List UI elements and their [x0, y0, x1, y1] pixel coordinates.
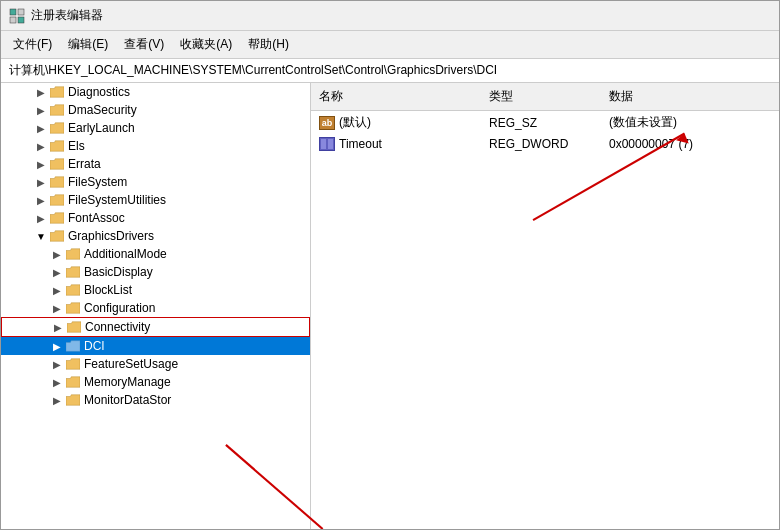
reg-icon-dword — [319, 137, 335, 151]
tree-item-monitordatastor[interactable]: ▶ MonitorDataStor — [1, 391, 310, 409]
tree-item-featuresetusage[interactable]: ▶ FeatureSetUsage — [1, 355, 310, 373]
expand-dci[interactable]: ▶ — [49, 338, 65, 354]
svg-rect-0 — [10, 9, 16, 15]
folder-icon-featuresetusage — [65, 356, 81, 372]
registry-editor-window: 注册表编辑器 文件(F) 编辑(E) 查看(V) 收藏夹(A) 帮助(H) 计算… — [0, 0, 780, 530]
expand-earlylaunch[interactable]: ▶ — [33, 120, 49, 136]
label-filesystemutilities: FileSystemUtilities — [68, 193, 166, 207]
reg-label-default: (默认) — [339, 114, 371, 131]
reg-type-timeout: REG_DWORD — [481, 136, 601, 152]
expand-basicdisplay[interactable]: ▶ — [49, 264, 65, 280]
tree-item-dmasecurity[interactable]: ▶ DmaSecurity — [1, 101, 310, 119]
expand-connectivity[interactable]: ▶ — [50, 319, 66, 335]
folder-icon-memorymanage — [65, 374, 81, 390]
label-basicdisplay: BasicDisplay — [84, 265, 153, 279]
col-data-header: 数据 — [601, 86, 779, 107]
label-earlylaunch: EarlyLaunch — [68, 121, 135, 135]
registry-values-list: ab (默认) REG_SZ (数值未设置) Timeout REG_DWORD — [311, 111, 779, 529]
folder-icon-graphicsdrivers — [49, 228, 65, 244]
tree-item-fontassoc[interactable]: ▶ FontAssoc — [1, 209, 310, 227]
expand-errata[interactable]: ▶ — [33, 156, 49, 172]
tree-item-errata[interactable]: ▶ Errata — [1, 155, 310, 173]
expand-featuresetusage[interactable]: ▶ — [49, 356, 65, 372]
tree-item-earlylaunch[interactable]: ▶ EarlyLaunch — [1, 119, 310, 137]
tree-panel: ▶ Diagnostics ▶ DmaSecurity — [1, 83, 311, 529]
folder-icon-els — [49, 138, 65, 154]
folder-icon-blocklist — [65, 282, 81, 298]
folder-icon-additionalmode — [65, 246, 81, 262]
expand-fontassoc[interactable]: ▶ — [33, 210, 49, 226]
reg-type-default: REG_SZ — [481, 115, 601, 131]
label-connectivity: Connectivity — [85, 320, 150, 334]
expand-configuration[interactable]: ▶ — [49, 300, 65, 316]
svg-rect-2 — [10, 17, 16, 23]
tree-item-graphicsdrivers[interactable]: ▼ GraphicsDrivers — [1, 227, 310, 245]
label-fontassoc: FontAssoc — [68, 211, 125, 225]
folder-icon-dci — [65, 338, 81, 354]
expand-additionalmode[interactable]: ▶ — [49, 246, 65, 262]
tree-item-dci[interactable]: ▶ DCI — [1, 337, 310, 355]
reg-data-timeout: 0x00000007 (7) — [601, 136, 779, 152]
folder-icon-errata — [49, 156, 65, 172]
address-path: 计算机\HKEY_LOCAL_MACHINE\SYSTEM\CurrentCon… — [9, 62, 497, 79]
expand-els[interactable]: ▶ — [33, 138, 49, 154]
expand-filesystemutilities[interactable]: ▶ — [33, 192, 49, 208]
menu-favorites[interactable]: 收藏夹(A) — [172, 33, 240, 56]
tree-item-filesystemutilities[interactable]: ▶ FileSystemUtilities — [1, 191, 310, 209]
reg-name-default: ab (默认) — [311, 113, 481, 132]
menu-view[interactable]: 查看(V) — [116, 33, 172, 56]
expand-blocklist[interactable]: ▶ — [49, 282, 65, 298]
label-diagnostics: Diagnostics — [68, 85, 130, 99]
label-els: Els — [68, 139, 85, 153]
folder-icon-fontassoc — [49, 210, 65, 226]
label-errata: Errata — [68, 157, 101, 171]
tree-item-diagnostics[interactable]: ▶ Diagnostics — [1, 83, 310, 101]
menu-help[interactable]: 帮助(H) — [240, 33, 297, 56]
label-memorymanage: MemoryManage — [84, 375, 171, 389]
folder-icon-dmasecurity — [49, 102, 65, 118]
label-blocklist: BlockList — [84, 283, 132, 297]
reg-icon-sz: ab — [319, 116, 335, 130]
label-monitordatastor: MonitorDataStor — [84, 393, 171, 407]
app-icon — [9, 8, 25, 24]
svg-rect-5 — [328, 139, 333, 149]
label-filesystem: FileSystem — [68, 175, 127, 189]
expand-diagnostics[interactable]: ▶ — [33, 84, 49, 100]
menu-edit[interactable]: 编辑(E) — [60, 33, 116, 56]
menu-file[interactable]: 文件(F) — [5, 33, 60, 56]
tree-item-memorymanage[interactable]: ▶ MemoryManage — [1, 373, 310, 391]
tree-item-basicdisplay[interactable]: ▶ BasicDisplay — [1, 263, 310, 281]
expand-monitordatastor[interactable]: ▶ — [49, 392, 65, 408]
tree-scroll-area[interactable]: ▶ Diagnostics ▶ DmaSecurity — [1, 83, 310, 529]
label-dci: DCI — [84, 339, 105, 353]
reg-label-timeout: Timeout — [339, 137, 382, 151]
label-featuresetusage: FeatureSetUsage — [84, 357, 178, 371]
expand-graphicsdrivers[interactable]: ▼ — [33, 228, 49, 244]
tree-item-additionalmode[interactable]: ▶ AdditionalMode — [1, 245, 310, 263]
label-graphicsdrivers: GraphicsDrivers — [68, 229, 154, 243]
folder-icon-filesystemutilities — [49, 192, 65, 208]
main-content: ▶ Diagnostics ▶ DmaSecurity — [1, 83, 779, 529]
expand-filesystem[interactable]: ▶ — [33, 174, 49, 190]
svg-rect-4 — [321, 139, 326, 149]
right-panel: 名称 类型 数据 ab (默认) REG_SZ (数值未设置) — [311, 83, 779, 529]
registry-row-timeout[interactable]: Timeout REG_DWORD 0x00000007 (7) — [311, 134, 779, 154]
folder-icon-earlylaunch — [49, 120, 65, 136]
tree-item-blocklist[interactable]: ▶ BlockList — [1, 281, 310, 299]
tree-item-connectivity[interactable]: ▶ Connectivity — [1, 317, 310, 337]
expand-memorymanage[interactable]: ▶ — [49, 374, 65, 390]
expand-dmasecurity[interactable]: ▶ — [33, 102, 49, 118]
svg-rect-3 — [18, 17, 24, 23]
col-type-header: 类型 — [481, 86, 601, 107]
svg-rect-1 — [18, 9, 24, 15]
folder-icon-filesystem — [49, 174, 65, 190]
tree-item-configuration[interactable]: ▶ Configuration — [1, 299, 310, 317]
folder-icon-configuration — [65, 300, 81, 316]
registry-row-default[interactable]: ab (默认) REG_SZ (数值未设置) — [311, 111, 779, 134]
menu-bar: 文件(F) 编辑(E) 查看(V) 收藏夹(A) 帮助(H) — [1, 31, 779, 59]
folder-icon-basicdisplay — [65, 264, 81, 280]
address-bar: 计算机\HKEY_LOCAL_MACHINE\SYSTEM\CurrentCon… — [1, 59, 779, 83]
tree-item-els[interactable]: ▶ Els — [1, 137, 310, 155]
reg-data-default: (数值未设置) — [601, 113, 779, 132]
tree-item-filesystem[interactable]: ▶ FileSystem — [1, 173, 310, 191]
